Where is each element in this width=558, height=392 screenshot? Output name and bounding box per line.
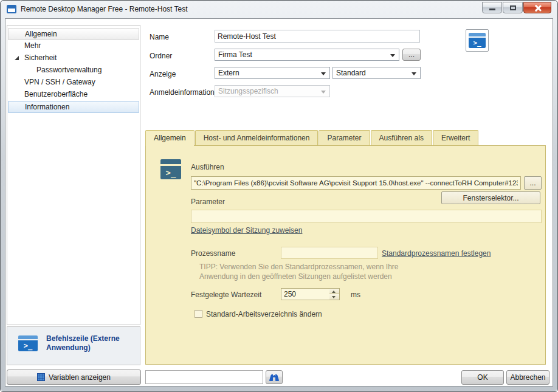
anzeige-value: Extern [218,69,239,77]
prozessname-input[interactable] [281,247,378,259]
anmeldeinformationen-combobox: Sitzungsspezifisch [215,85,330,97]
app-window: Remote Desktop Manager Free - Remote-Hos… [0,0,558,392]
grid-icon [37,373,45,381]
wartezeit-stepper[interactable] [281,288,340,300]
parameter-label: Parameter [191,198,225,206]
dateisymbol-link[interactable]: Dateisymbol der Sitzung zuweisen [191,226,302,235]
sidebar-item-allgemein[interactable]: Allgemein [8,28,139,40]
sidebar-item-label: Passwortverwaltung [36,66,102,74]
close-icon [534,4,542,12]
console-icon-titlebar [18,335,38,339]
sidebar-item-label: VPN / SSH / Gateway [24,78,95,86]
anzeige-mode-combobox[interactable]: Standard [332,67,421,79]
app-icon [7,5,16,13]
cancel-button[interactable]: Abbrechen [506,370,549,385]
tree-expander-icon[interactable] [15,56,19,60]
ordner-browse-button[interactable]: ... [402,49,421,61]
tab-erweitert[interactable]: Erweitert [433,130,478,145]
console-icon-prompt: >_ [160,166,181,179]
chevron-up-icon [332,291,336,293]
console-icon-titlebar [160,159,181,164]
name-label: Name [150,31,169,43]
sidebar-item-sicherheit[interactable]: Sicherheit [8,52,139,64]
tipp-text-line1: TIPP: Verwenden Sie den Standardprozessn… [199,263,399,271]
sidebar-item-label: Allgemein [25,30,57,38]
arbeitsverzeichnis-checkbox-label: Standard-Arbeitsverzeichnis ändern [206,310,322,318]
dialog-client-area: Allgemein Mehr Sicherheit Passwortverwal… [5,18,553,387]
session-icon-frame: >_ [466,29,489,52]
chevron-down-icon [321,91,326,94]
search-input[interactable] [145,370,263,384]
tab-content-allgemein: >_ Ausführen ... Fensterselektor... Para… [145,145,546,365]
prozessname-label: Prozessname [191,249,235,258]
console-icon-prompt: >_ [18,340,38,351]
sidebar-item-label: Informationen [25,103,69,111]
stepper-up-button[interactable] [329,289,339,294]
tab-bar: Allgemein Host- und Anmeldeinformationen… [145,130,546,146]
sidebar-item-informationen[interactable]: Informationen [8,101,139,113]
ordner-combobox[interactable]: Firma Test [215,49,399,61]
search-button[interactable] [266,370,283,384]
anzeige-combobox[interactable]: Extern [215,67,330,79]
tab-host-und-anmeldeinformationen[interactable]: Host- und Anmeldeinformationen [195,130,319,145]
sidebar-item-label: Sicherheit [24,53,57,62]
maximize-button[interactable] [503,2,523,13]
ausfuehren-browse-button[interactable]: ... [524,176,542,190]
variablen-anzeigen-button[interactable]: Variablen anzeigen [7,370,141,385]
ordner-value: Firma Test [218,50,252,59]
tab-parameter[interactable]: Parameter [319,130,370,145]
anmeldeinformationen-value: Sitzungsspezifisch [218,87,278,95]
console-icon-titlebar [469,33,486,36]
console-icon: >_ [469,33,486,48]
name-input[interactable] [215,30,420,43]
ordner-label: Ordner [150,50,172,62]
wartezeit-input[interactable] [281,289,329,300]
console-icon: >_ [18,335,38,351]
stepper-down-button[interactable] [329,294,339,300]
anmeldeinformationen-label: Anmeldeinformationen [150,86,222,98]
tab-allgemein[interactable]: Allgemein [145,130,195,146]
chevron-down-icon [412,72,416,75]
binoculars-icon [269,373,280,382]
wartezeit-unit-label: ms [351,291,360,299]
settings-tab-panel: Allgemein Host- und Anmeldeinformationen… [145,130,546,365]
standardprozessnamen-link[interactable]: Standardprozessnamen festlegen [382,249,491,258]
anzeige-label: Anzeige [150,68,176,80]
chevron-down-icon [321,72,326,75]
sidebar-item-vpn-ssh-gateway[interactable]: VPN / SSH / Gateway [8,77,139,89]
minimize-button[interactable] [482,2,502,13]
ausfuehren-label: Ausführen [191,163,224,171]
chevron-down-icon [332,296,336,298]
arbeitsverzeichnis-checkbox[interactable] [195,310,202,318]
title-bar[interactable]: Remote Desktop Manager Free - Remote-Hos… [1,1,557,18]
sidebar-item-label: Mehr [24,41,41,50]
ok-button[interactable]: OK [461,370,504,385]
session-type-label: Befehlszeile (Externe Anwendung) [46,334,134,352]
sidebar-item-label: Benutzeroberfläche [24,90,88,98]
fensterselektor-button[interactable]: Fensterselektor... [441,191,540,204]
ausfuehren-path-input[interactable] [191,176,521,190]
sidebar-item-passwortverwaltung[interactable]: Passwortverwaltung [8,64,139,77]
variablen-anzeigen-label: Variablen anzeigen [49,373,111,382]
console-icon: >_ [160,159,181,179]
minimize-icon [489,9,495,10]
tab-ausfuehren-als[interactable]: Ausführen als [371,130,432,145]
settings-nav-tree: Allgemein Mehr Sicherheit Passwortverwal… [7,25,140,325]
sidebar-item-benutzeroberflaeche[interactable]: Benutzeroberfläche [8,89,139,101]
console-icon-prompt: >_ [469,38,486,48]
chevron-down-icon [390,54,395,57]
window-title: Remote Desktop Manager Free - Remote-Hos… [21,5,188,13]
maximize-icon [510,5,516,10]
session-type-panel: >_ Befehlszeile (Externe Anwendung) [7,326,140,365]
tipp-text-line2: Anwendung in den geöffneten Sitzungen au… [199,272,392,281]
wartezeit-label: Festgelegte Wartezeit [191,291,261,299]
anzeige-mode-value: Standard [336,69,366,77]
sidebar-item-mehr[interactable]: Mehr [8,40,139,52]
close-button[interactable] [523,2,551,13]
window-controls [481,2,551,13]
parameter-input[interactable] [191,210,542,223]
